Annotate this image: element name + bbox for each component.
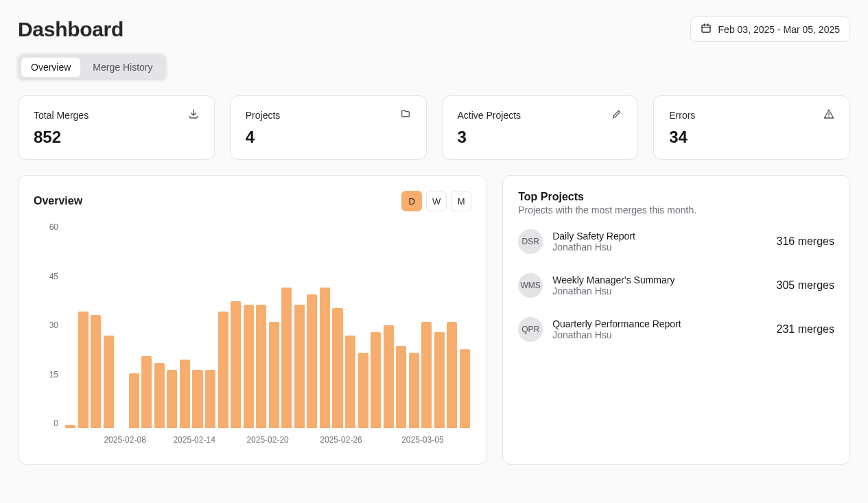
project-row[interactable]: WMSWeekly Manager's SummaryJonathan Hsu3…	[518, 273, 834, 298]
stat-card: Total Merges852	[18, 95, 215, 160]
date-range-picker[interactable]: Feb 03, 2025 - Mar 05, 2025	[690, 16, 850, 42]
bar	[180, 360, 190, 428]
chart-x-axis: 2025-02-082025-02-142025-02-202025-02-26…	[64, 431, 471, 449]
x-tick: 2025-03-05	[401, 435, 443, 445]
pencil-icon	[611, 108, 622, 122]
bar	[294, 305, 305, 428]
stat-grid: Total Merges852Projects4Active Projects3…	[18, 95, 850, 160]
svg-rect-0	[702, 25, 710, 32]
project-owner: Jonathan Hsu	[552, 329, 766, 340]
project-name: Daily Safety Report	[552, 231, 766, 242]
bar	[307, 294, 317, 428]
stat-value: 4	[246, 128, 411, 147]
stat-value: 3	[458, 128, 623, 147]
bar	[447, 322, 457, 428]
bar	[371, 332, 381, 428]
chart-title: Overview	[34, 195, 82, 207]
x-tick: 2025-02-08	[104, 435, 145, 445]
stat-label: Errors	[669, 110, 695, 121]
bar	[141, 356, 152, 428]
folder-icon	[400, 108, 411, 122]
bar	[421, 322, 432, 428]
interval-d-button[interactable]: D	[401, 191, 422, 211]
project-owner: Jonathan Hsu	[552, 285, 766, 296]
avatar: QPR	[518, 317, 543, 342]
x-tick: 2025-02-20	[246, 435, 288, 445]
y-tick: 30	[49, 320, 58, 330]
date-range-label: Feb 03, 2025 - Mar 05, 2025	[718, 24, 840, 35]
bar	[192, 370, 202, 428]
project-merge-count: 231 merges	[777, 323, 835, 336]
stat-value: 34	[669, 128, 834, 147]
bar	[434, 332, 445, 428]
stat-value: 852	[34, 128, 199, 147]
tab-merge-history[interactable]: Merge History	[83, 58, 162, 77]
project-info: Daily Safety ReportJonathan Hsu	[552, 231, 766, 253]
bar	[129, 373, 139, 428]
avatar: WMS	[518, 273, 543, 298]
x-tick: 2025-02-26	[320, 435, 362, 445]
top-projects-card: Top Projects Projects with the most merg…	[502, 175, 850, 465]
bar	[104, 336, 114, 428]
interval-w-button[interactable]: W	[426, 191, 447, 211]
bar	[65, 425, 75, 428]
stat-card: Projects4	[230, 95, 427, 160]
chart-plot	[64, 222, 471, 428]
chart-box: 604530150 2025-02-082025-02-142025-02-20…	[34, 222, 471, 449]
bar	[231, 301, 241, 428]
project-owner: Jonathan Hsu	[552, 242, 766, 253]
bar	[167, 370, 177, 428]
stat-label: Active Projects	[458, 110, 521, 121]
bar	[256, 305, 266, 428]
stat-label: Projects	[246, 110, 281, 121]
stat-label: Total Merges	[34, 110, 89, 121]
view-tabs: OverviewMerge History	[18, 54, 166, 80]
bar	[409, 353, 419, 428]
y-tick: 60	[49, 222, 58, 232]
bar	[332, 308, 342, 428]
bar	[281, 288, 292, 428]
bar	[205, 370, 215, 428]
header: Dashboard Feb 03, 2025 - Mar 05, 2025	[18, 16, 850, 42]
bar	[244, 305, 254, 428]
stat-card: Errors34	[653, 95, 850, 160]
project-name: Quarterly Performance Report	[552, 318, 766, 329]
project-row[interactable]: DSRDaily Safety ReportJonathan Hsu316 me…	[518, 229, 834, 254]
bar	[91, 315, 101, 428]
tab-overview[interactable]: Overview	[21, 58, 80, 77]
y-tick: 0	[54, 419, 58, 428]
bar	[396, 346, 406, 428]
project-info: Quarterly Performance ReportJonathan Hsu	[552, 318, 766, 340]
bar	[460, 349, 470, 428]
y-tick: 15	[49, 370, 58, 379]
main-grid: Overview DWM 604530150 2025-02-082025-02…	[18, 175, 850, 465]
alert-icon	[823, 108, 834, 122]
bar	[218, 312, 228, 428]
top-projects-list: DSRDaily Safety ReportJonathan Hsu316 me…	[518, 229, 834, 342]
bar	[320, 288, 330, 428]
page-title: Dashboard	[18, 18, 124, 41]
top-projects-title: Top Projects	[518, 191, 834, 203]
top-projects-subtitle: Projects with the most merges this month…	[518, 204, 834, 215]
interval-group: DWM	[401, 191, 471, 211]
avatar: DSR	[518, 229, 543, 254]
project-merge-count: 316 merges	[777, 235, 835, 248]
stat-card: Active Projects3	[442, 95, 639, 160]
x-tick: 2025-02-14	[173, 435, 215, 445]
project-row[interactable]: QPRQuarterly Performance ReportJonathan …	[518, 317, 834, 342]
download-icon	[188, 108, 199, 122]
chart-y-axis: 604530150	[34, 222, 64, 428]
bar	[384, 325, 394, 428]
bar	[358, 353, 368, 428]
bar	[78, 312, 89, 428]
overview-chart-card: Overview DWM 604530150 2025-02-082025-02…	[18, 175, 487, 465]
bar	[269, 322, 279, 428]
bar	[345, 336, 355, 428]
project-info: Weekly Manager's SummaryJonathan Hsu	[552, 274, 766, 296]
bar	[154, 363, 165, 428]
interval-m-button[interactable]: M	[451, 191, 471, 211]
y-tick: 45	[49, 272, 58, 281]
calendar-icon	[701, 23, 712, 36]
project-name: Weekly Manager's Summary	[552, 274, 766, 285]
project-merge-count: 305 merges	[777, 279, 835, 292]
